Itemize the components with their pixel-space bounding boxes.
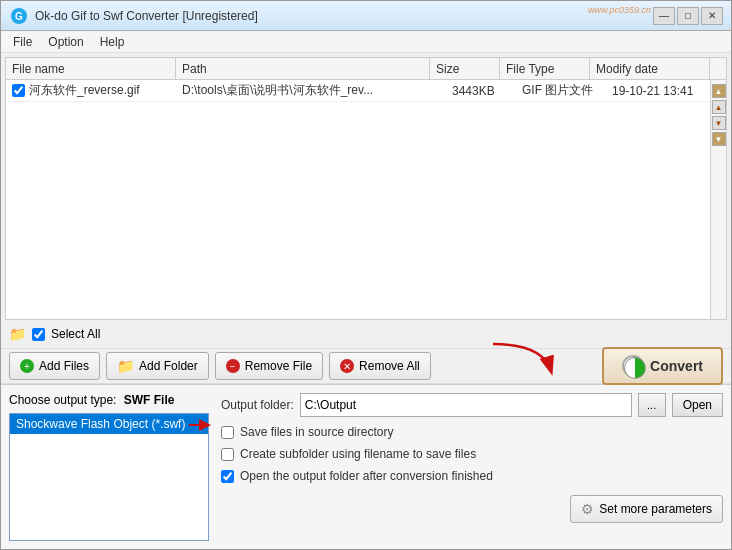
- select-all-checkbox[interactable]: [32, 328, 45, 341]
- select-all-label: Select All: [51, 327, 100, 341]
- buttons-bar: + Add Files 📁 Add Folder − Remove File ✕…: [1, 348, 731, 384]
- type-list[interactable]: Shockwave Flash Object (*.swf): [9, 413, 209, 541]
- add-files-button[interactable]: + Add Files: [9, 352, 100, 380]
- cell-path: D:\tools\桌面\说明书\河东软件_rev...: [176, 80, 446, 101]
- convert-icon: [622, 355, 644, 377]
- menu-option[interactable]: Option: [40, 33, 91, 51]
- col-size: Size: [430, 58, 500, 79]
- close-button[interactable]: ✕: [701, 7, 723, 25]
- checkbox-open-output-input[interactable]: [221, 470, 234, 483]
- add-files-icon: +: [20, 359, 34, 373]
- add-folder-button[interactable]: 📁 Add Folder: [106, 352, 209, 380]
- gear-icon: ⚙: [581, 501, 594, 517]
- set-parameters-button[interactable]: ⚙ Set more parameters: [570, 495, 723, 523]
- minimize-button[interactable]: —: [653, 7, 675, 25]
- remove-all-icon: ✕: [340, 359, 354, 373]
- menu-help[interactable]: Help: [92, 33, 133, 51]
- output-folder-label: Output folder:: [221, 398, 294, 412]
- right-panel: Output folder: ... Open Save files in so…: [221, 393, 723, 541]
- title-bar: G Ok-do Gif to Swf Converter [Unregister…: [1, 1, 731, 31]
- select-all-bar: 📁 Select All: [1, 320, 731, 348]
- menu-file[interactable]: File: [5, 33, 40, 51]
- browse-button[interactable]: ...: [638, 393, 666, 417]
- checkbox-subfolder-label[interactable]: Create subfolder using filename to save …: [240, 447, 476, 461]
- folder-icon: 📁: [9, 326, 26, 342]
- remove-file-icon: −: [226, 359, 240, 373]
- main-window: G Ok-do Gif to Swf Converter [Unregister…: [0, 0, 732, 550]
- app-logo: G: [9, 6, 29, 26]
- file-table: File name Path Size File Type Modify dat…: [5, 57, 727, 320]
- col-filetype: File Type: [500, 58, 590, 79]
- cell-filename: 河东软件_reverse.gif: [6, 80, 176, 101]
- checkbox-save-source: Save files in source directory: [221, 425, 723, 439]
- row-checkbox[interactable]: [12, 84, 25, 97]
- checkbox-open-output-label[interactable]: Open the output folder after conversion …: [240, 469, 493, 483]
- title-text: Ok-do Gif to Swf Converter [Unregistered…: [35, 9, 653, 23]
- scroll-top-button[interactable]: ▲: [712, 84, 726, 98]
- remove-all-button[interactable]: ✕ Remove All: [329, 352, 431, 380]
- table-row[interactable]: 河东软件_reverse.gif D:\tools\桌面\说明书\河东软件_re…: [6, 80, 726, 102]
- folder-icon: 📁: [117, 358, 134, 374]
- cell-moddate: 19-10-21 13:41: [606, 80, 726, 101]
- output-folder-input[interactable]: [300, 393, 632, 417]
- col-path: Path: [176, 58, 430, 79]
- cell-size: 3443KB: [446, 80, 516, 101]
- menu-bar: File Option Help: [1, 31, 731, 53]
- scroll-up-button[interactable]: ▲: [712, 100, 726, 114]
- convert-button[interactable]: Convert: [602, 347, 723, 385]
- scroll-down-button[interactable]: ▼: [712, 116, 726, 130]
- open-button[interactable]: Open: [672, 393, 723, 417]
- output-type-label: Choose output type: SWF File: [9, 393, 209, 407]
- scrollbar: ▲ ▲ ▼ ▼: [710, 80, 726, 319]
- col-moddate: Modify date: [590, 58, 710, 79]
- type-item-swf[interactable]: Shockwave Flash Object (*.swf): [10, 414, 208, 434]
- checkbox-open-output: Open the output folder after conversion …: [221, 469, 723, 483]
- col-filename: File name: [6, 58, 176, 79]
- table-header: File name Path Size File Type Modify dat…: [6, 58, 726, 80]
- svg-text:G: G: [15, 11, 23, 22]
- checkbox-subfolder: Create subfolder using filename to save …: [221, 447, 723, 461]
- checkbox-save-source-label[interactable]: Save files in source directory: [240, 425, 393, 439]
- cell-filetype: GIF 图片文件: [516, 80, 606, 101]
- remove-file-button[interactable]: − Remove File: [215, 352, 323, 380]
- bottom-panel: Choose output type: SWF File Shockwave F…: [1, 384, 731, 549]
- output-folder-row: Output folder: ... Open: [221, 393, 723, 417]
- checkbox-subfolder-input[interactable]: [221, 448, 234, 461]
- output-type-panel: Choose output type: SWF File Shockwave F…: [9, 393, 209, 541]
- window-controls: — □ ✕: [653, 7, 723, 25]
- table-body: 河东软件_reverse.gif D:\tools\桌面\说明书\河东软件_re…: [6, 80, 726, 319]
- watermark: www.pc0359.cn: [588, 5, 651, 15]
- maximize-button[interactable]: □: [677, 7, 699, 25]
- checkbox-save-source-input[interactable]: [221, 426, 234, 439]
- scroll-bottom-button[interactable]: ▼: [712, 132, 726, 146]
